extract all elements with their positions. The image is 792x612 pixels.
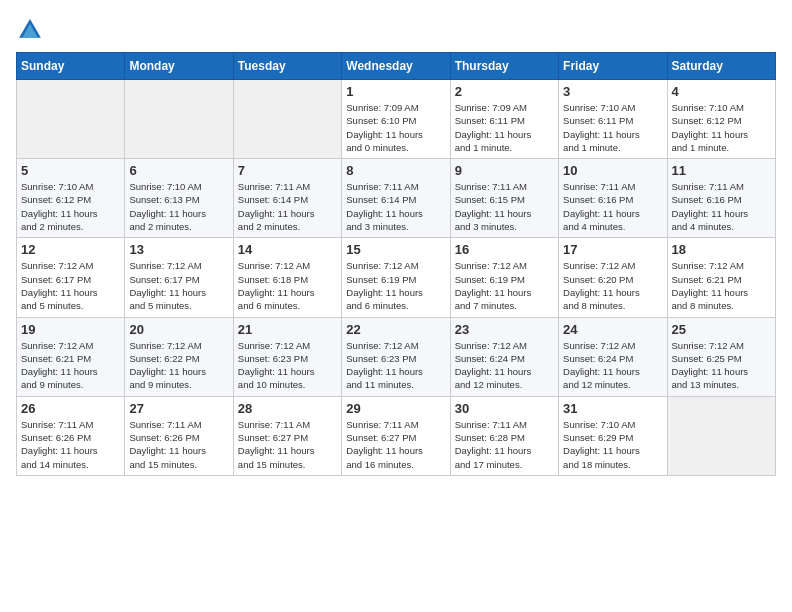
day-number: 6	[129, 163, 228, 178]
calendar-table: SundayMondayTuesdayWednesdayThursdayFrid…	[16, 52, 776, 476]
day-number: 22	[346, 322, 445, 337]
day-number: 15	[346, 242, 445, 257]
calendar-cell: 24Sunrise: 7:12 AM Sunset: 6:24 PM Dayli…	[559, 317, 667, 396]
calendar-cell: 28Sunrise: 7:11 AM Sunset: 6:27 PM Dayli…	[233, 396, 341, 475]
day-info: Sunrise: 7:11 AM Sunset: 6:15 PM Dayligh…	[455, 180, 554, 233]
day-number: 25	[672, 322, 771, 337]
calendar-cell: 2Sunrise: 7:09 AM Sunset: 6:11 PM Daylig…	[450, 80, 558, 159]
day-header-friday: Friday	[559, 53, 667, 80]
day-number: 29	[346, 401, 445, 416]
calendar-cell: 16Sunrise: 7:12 AM Sunset: 6:19 PM Dayli…	[450, 238, 558, 317]
day-info: Sunrise: 7:11 AM Sunset: 6:28 PM Dayligh…	[455, 418, 554, 471]
calendar-cell: 6Sunrise: 7:10 AM Sunset: 6:13 PM Daylig…	[125, 159, 233, 238]
day-number: 3	[563, 84, 662, 99]
day-header-sunday: Sunday	[17, 53, 125, 80]
day-info: Sunrise: 7:10 AM Sunset: 6:11 PM Dayligh…	[563, 101, 662, 154]
calendar-cell	[233, 80, 341, 159]
day-number: 26	[21, 401, 120, 416]
day-info: Sunrise: 7:12 AM Sunset: 6:23 PM Dayligh…	[346, 339, 445, 392]
day-info: Sunrise: 7:12 AM Sunset: 6:24 PM Dayligh…	[563, 339, 662, 392]
day-number: 17	[563, 242, 662, 257]
day-info: Sunrise: 7:11 AM Sunset: 6:16 PM Dayligh…	[563, 180, 662, 233]
day-info: Sunrise: 7:12 AM Sunset: 6:17 PM Dayligh…	[129, 259, 228, 312]
day-number: 18	[672, 242, 771, 257]
calendar-cell: 31Sunrise: 7:10 AM Sunset: 6:29 PM Dayli…	[559, 396, 667, 475]
day-number: 31	[563, 401, 662, 416]
calendar-cell: 18Sunrise: 7:12 AM Sunset: 6:21 PM Dayli…	[667, 238, 775, 317]
day-info: Sunrise: 7:11 AM Sunset: 6:16 PM Dayligh…	[672, 180, 771, 233]
calendar-cell: 20Sunrise: 7:12 AM Sunset: 6:22 PM Dayli…	[125, 317, 233, 396]
day-info: Sunrise: 7:12 AM Sunset: 6:21 PM Dayligh…	[672, 259, 771, 312]
day-number: 21	[238, 322, 337, 337]
calendar-cell: 8Sunrise: 7:11 AM Sunset: 6:14 PM Daylig…	[342, 159, 450, 238]
calendar-cell: 15Sunrise: 7:12 AM Sunset: 6:19 PM Dayli…	[342, 238, 450, 317]
calendar-cell: 7Sunrise: 7:11 AM Sunset: 6:14 PM Daylig…	[233, 159, 341, 238]
day-header-saturday: Saturday	[667, 53, 775, 80]
calendar-week-3: 12Sunrise: 7:12 AM Sunset: 6:17 PM Dayli…	[17, 238, 776, 317]
calendar-week-1: 1Sunrise: 7:09 AM Sunset: 6:10 PM Daylig…	[17, 80, 776, 159]
calendar-body: 1Sunrise: 7:09 AM Sunset: 6:10 PM Daylig…	[17, 80, 776, 476]
day-info: Sunrise: 7:10 AM Sunset: 6:12 PM Dayligh…	[21, 180, 120, 233]
day-header-monday: Monday	[125, 53, 233, 80]
calendar-cell: 25Sunrise: 7:12 AM Sunset: 6:25 PM Dayli…	[667, 317, 775, 396]
calendar-cell: 3Sunrise: 7:10 AM Sunset: 6:11 PM Daylig…	[559, 80, 667, 159]
day-info: Sunrise: 7:10 AM Sunset: 6:29 PM Dayligh…	[563, 418, 662, 471]
calendar-cell: 10Sunrise: 7:11 AM Sunset: 6:16 PM Dayli…	[559, 159, 667, 238]
day-number: 13	[129, 242, 228, 257]
calendar-cell	[667, 396, 775, 475]
day-info: Sunrise: 7:09 AM Sunset: 6:11 PM Dayligh…	[455, 101, 554, 154]
calendar-cell	[125, 80, 233, 159]
day-info: Sunrise: 7:11 AM Sunset: 6:26 PM Dayligh…	[21, 418, 120, 471]
day-info: Sunrise: 7:11 AM Sunset: 6:27 PM Dayligh…	[346, 418, 445, 471]
calendar-cell: 19Sunrise: 7:12 AM Sunset: 6:21 PM Dayli…	[17, 317, 125, 396]
day-number: 4	[672, 84, 771, 99]
calendar-week-4: 19Sunrise: 7:12 AM Sunset: 6:21 PM Dayli…	[17, 317, 776, 396]
day-number: 1	[346, 84, 445, 99]
logo-icon	[16, 16, 44, 44]
day-info: Sunrise: 7:11 AM Sunset: 6:27 PM Dayligh…	[238, 418, 337, 471]
calendar-cell	[17, 80, 125, 159]
day-number: 23	[455, 322, 554, 337]
calendar-cell: 14Sunrise: 7:12 AM Sunset: 6:18 PM Dayli…	[233, 238, 341, 317]
calendar-cell: 23Sunrise: 7:12 AM Sunset: 6:24 PM Dayli…	[450, 317, 558, 396]
calendar-week-2: 5Sunrise: 7:10 AM Sunset: 6:12 PM Daylig…	[17, 159, 776, 238]
calendar-cell: 21Sunrise: 7:12 AM Sunset: 6:23 PM Dayli…	[233, 317, 341, 396]
day-number: 2	[455, 84, 554, 99]
day-info: Sunrise: 7:10 AM Sunset: 6:12 PM Dayligh…	[672, 101, 771, 154]
day-number: 24	[563, 322, 662, 337]
calendar-cell: 11Sunrise: 7:11 AM Sunset: 6:16 PM Dayli…	[667, 159, 775, 238]
day-info: Sunrise: 7:12 AM Sunset: 6:24 PM Dayligh…	[455, 339, 554, 392]
calendar-header-row: SundayMondayTuesdayWednesdayThursdayFrid…	[17, 53, 776, 80]
day-number: 9	[455, 163, 554, 178]
day-info: Sunrise: 7:11 AM Sunset: 6:14 PM Dayligh…	[346, 180, 445, 233]
day-number: 19	[21, 322, 120, 337]
day-info: Sunrise: 7:09 AM Sunset: 6:10 PM Dayligh…	[346, 101, 445, 154]
calendar-cell: 5Sunrise: 7:10 AM Sunset: 6:12 PM Daylig…	[17, 159, 125, 238]
day-header-wednesday: Wednesday	[342, 53, 450, 80]
day-number: 11	[672, 163, 771, 178]
calendar-cell: 22Sunrise: 7:12 AM Sunset: 6:23 PM Dayli…	[342, 317, 450, 396]
calendar-week-5: 26Sunrise: 7:11 AM Sunset: 6:26 PM Dayli…	[17, 396, 776, 475]
day-number: 28	[238, 401, 337, 416]
day-header-tuesday: Tuesday	[233, 53, 341, 80]
page-header	[16, 16, 776, 44]
logo	[16, 16, 48, 44]
day-number: 10	[563, 163, 662, 178]
day-number: 5	[21, 163, 120, 178]
day-number: 12	[21, 242, 120, 257]
calendar-cell: 26Sunrise: 7:11 AM Sunset: 6:26 PM Dayli…	[17, 396, 125, 475]
calendar-cell: 9Sunrise: 7:11 AM Sunset: 6:15 PM Daylig…	[450, 159, 558, 238]
calendar-cell: 13Sunrise: 7:12 AM Sunset: 6:17 PM Dayli…	[125, 238, 233, 317]
day-header-thursday: Thursday	[450, 53, 558, 80]
day-info: Sunrise: 7:10 AM Sunset: 6:13 PM Dayligh…	[129, 180, 228, 233]
day-number: 16	[455, 242, 554, 257]
day-info: Sunrise: 7:11 AM Sunset: 6:14 PM Dayligh…	[238, 180, 337, 233]
day-info: Sunrise: 7:12 AM Sunset: 6:21 PM Dayligh…	[21, 339, 120, 392]
day-info: Sunrise: 7:12 AM Sunset: 6:19 PM Dayligh…	[346, 259, 445, 312]
day-info: Sunrise: 7:11 AM Sunset: 6:26 PM Dayligh…	[129, 418, 228, 471]
day-number: 20	[129, 322, 228, 337]
calendar-cell: 12Sunrise: 7:12 AM Sunset: 6:17 PM Dayli…	[17, 238, 125, 317]
calendar-cell: 17Sunrise: 7:12 AM Sunset: 6:20 PM Dayli…	[559, 238, 667, 317]
calendar-cell: 29Sunrise: 7:11 AM Sunset: 6:27 PM Dayli…	[342, 396, 450, 475]
day-info: Sunrise: 7:12 AM Sunset: 6:25 PM Dayligh…	[672, 339, 771, 392]
